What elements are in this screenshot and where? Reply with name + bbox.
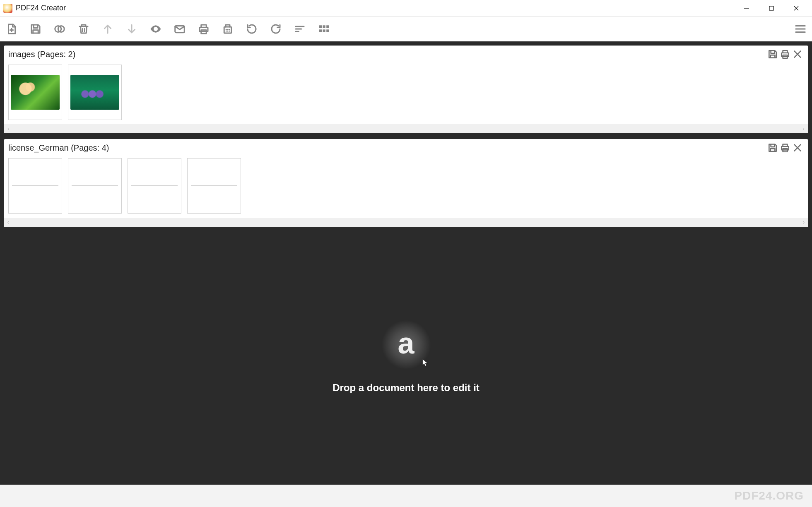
save-button[interactable] xyxy=(28,22,43,36)
print-icon xyxy=(198,23,210,35)
scroll-right-icon[interactable]: › xyxy=(803,126,805,132)
minimize-button[interactable] xyxy=(734,0,759,17)
page-thumbnail[interactable] xyxy=(8,65,62,120)
delete-button[interactable] xyxy=(76,22,91,36)
svg-rect-26 xyxy=(323,25,325,28)
drop-glyph-icon: a xyxy=(398,326,414,360)
scroll-right-icon[interactable]: › xyxy=(803,219,805,225)
image-preview xyxy=(11,75,60,110)
print-icon xyxy=(780,142,790,153)
save-icon xyxy=(767,49,778,60)
drop-zone[interactable]: a Drop a document here to edit it xyxy=(4,233,808,481)
close-window-button[interactable] xyxy=(784,0,809,17)
rotate-left-button[interactable] xyxy=(244,22,259,36)
fax-button[interactable] xyxy=(220,22,235,36)
document-print-button[interactable] xyxy=(779,142,791,154)
document-close-button[interactable] xyxy=(791,142,804,154)
scroll-left-icon[interactable]: ‹ xyxy=(7,219,9,225)
close-icon xyxy=(792,142,803,153)
preview-icon xyxy=(149,23,162,35)
new-file-icon xyxy=(5,23,18,35)
horizontal-scrollbar[interactable]: ‹ › xyxy=(4,218,808,227)
footer: PDF24.ORG xyxy=(0,485,812,507)
menu-button[interactable] xyxy=(793,22,808,36)
toolbar xyxy=(0,17,812,41)
page-strip xyxy=(4,61,808,124)
document-header: images (Pages: 2) xyxy=(4,46,808,61)
preview-button[interactable] xyxy=(148,22,163,36)
app-icon xyxy=(3,4,12,13)
app-title: PDF24 Creator xyxy=(16,4,66,12)
email-button[interactable] xyxy=(172,22,187,36)
close-icon xyxy=(792,49,803,60)
document-title: images (Pages: 2) xyxy=(8,50,75,59)
page-thumbnail[interactable] xyxy=(187,158,241,214)
grid-view-button[interactable] xyxy=(316,22,331,36)
svg-rect-29 xyxy=(323,29,325,32)
horizontal-scrollbar[interactable]: ‹ › xyxy=(4,124,808,133)
titlebar: PDF24 Creator xyxy=(0,0,812,17)
document-title: license_German (Pages: 4) xyxy=(8,143,109,153)
svg-rect-30 xyxy=(326,29,329,32)
page-strip xyxy=(4,155,808,218)
scroll-left-icon[interactable]: ‹ xyxy=(7,126,9,132)
rotate-right-button[interactable] xyxy=(268,22,283,36)
save-icon xyxy=(767,142,778,153)
new-file-button[interactable] xyxy=(4,22,19,36)
image-preview xyxy=(70,75,119,110)
page-thumbnail[interactable] xyxy=(128,158,181,214)
svg-rect-1 xyxy=(769,6,773,10)
save-icon xyxy=(29,23,42,35)
delete-icon xyxy=(77,23,90,35)
document-close-button[interactable] xyxy=(791,48,804,60)
fax-icon xyxy=(222,23,234,35)
rotate-left-icon xyxy=(246,23,258,35)
drop-zone-text: Drop a document here to edit it xyxy=(333,382,479,394)
svg-rect-28 xyxy=(319,29,322,32)
document-save-button[interactable] xyxy=(766,142,779,154)
drop-zone-graphic: a xyxy=(381,320,431,370)
document-save-button[interactable] xyxy=(766,48,779,60)
document-print-button[interactable] xyxy=(779,48,791,60)
maximize-button[interactable] xyxy=(759,0,784,17)
move-down-icon xyxy=(125,23,138,35)
merge-icon xyxy=(53,23,66,35)
email-icon xyxy=(173,23,186,35)
print-icon xyxy=(780,49,790,60)
rotate-right-icon xyxy=(270,23,282,35)
document-header: license_German (Pages: 4) xyxy=(4,139,808,155)
print-button[interactable] xyxy=(196,22,211,36)
page-thumbnail[interactable] xyxy=(68,158,122,214)
grid-icon xyxy=(318,23,330,35)
document-panel: license_German (Pages: 4) xyxy=(4,139,808,227)
page-thumbnail[interactable] xyxy=(8,158,62,214)
sort-icon xyxy=(294,23,306,35)
cursor-icon xyxy=(421,358,430,369)
move-down-button[interactable] xyxy=(124,22,139,36)
move-up-button[interactable] xyxy=(100,22,115,36)
sort-button[interactable] xyxy=(292,22,307,36)
svg-rect-25 xyxy=(319,25,322,28)
footer-brand: PDF24.ORG xyxy=(734,489,804,502)
svg-rect-27 xyxy=(326,25,329,28)
page-thumbnail[interactable] xyxy=(68,65,122,120)
merge-button[interactable] xyxy=(52,22,67,36)
document-panel: images (Pages: 2) ‹ › xyxy=(4,46,808,133)
workspace: images (Pages: 2) ‹ › xyxy=(0,41,812,485)
hamburger-icon xyxy=(794,23,807,35)
move-up-icon xyxy=(101,23,114,35)
